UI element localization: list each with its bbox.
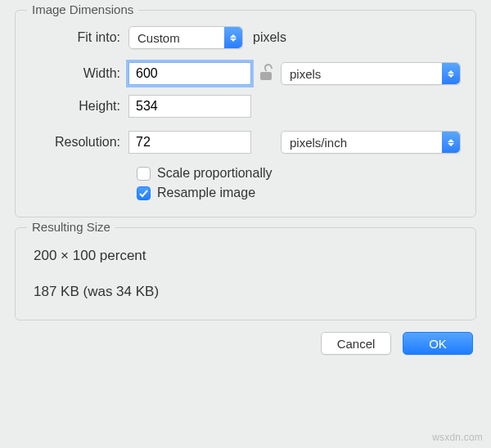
resolution-unit-value: pixels/inch [290, 136, 347, 150]
width-label: Width: [30, 66, 128, 81]
resolution-label: Resolution: [30, 135, 128, 150]
height-input[interactable] [128, 95, 251, 118]
width-row: Width: pixels [30, 61, 461, 86]
scale-proportionally-checkbox[interactable] [137, 167, 151, 181]
lock-open-icon [260, 67, 272, 80]
resulting-size-panel: Resulting Size 200 × 100 percent 187 KB … [15, 227, 476, 320]
watermark-text: wsxdn.com [432, 432, 483, 443]
fit-into-value: Custom [137, 31, 180, 45]
chevron-updown-icon [442, 132, 460, 153]
lock-aspect-button[interactable] [251, 67, 281, 80]
height-label: Height: [30, 99, 128, 114]
resample-image-row: Resample image [137, 186, 461, 200]
chevron-updown-icon [442, 63, 460, 84]
image-dimensions-panel: Image Dimensions Fit into: Custom pixels… [15, 10, 476, 217]
chevron-updown-icon [224, 27, 242, 48]
scale-proportionally-label: Scale proportionally [157, 166, 273, 181]
fit-into-select[interactable]: Custom [128, 26, 243, 49]
result-size-line: 187 KB (was 34 KB) [34, 284, 461, 300]
cancel-button-label: Cancel [337, 337, 376, 351]
fit-into-unit-static: pixels [253, 30, 286, 45]
resample-image-checkbox[interactable] [137, 186, 151, 200]
resulting-size-title: Resulting Size [27, 220, 115, 234]
height-row: Height: [30, 94, 461, 119]
ok-button-label: OK [429, 337, 447, 351]
wh-unit-select[interactable]: pixels [281, 62, 461, 85]
resolution-input[interactable] [128, 131, 251, 154]
ok-button[interactable]: OK [403, 332, 473, 355]
scale-proportionally-row: Scale proportionally [137, 166, 461, 181]
resolution-unit-select[interactable]: pixels/inch [281, 131, 461, 154]
image-dimensions-title: Image Dimensions [27, 2, 138, 16]
check-icon [139, 189, 148, 198]
cancel-button[interactable]: Cancel [321, 332, 391, 355]
width-input[interactable] [128, 62, 251, 85]
resample-image-label: Resample image [157, 186, 255, 200]
wh-unit-value: pixels [290, 67, 321, 81]
fit-into-row: Fit into: Custom pixels [30, 25, 461, 50]
dialog-button-bar: Cancel OK [0, 327, 491, 355]
resolution-row: Resolution: pixels/inch [30, 130, 461, 155]
fit-into-label: Fit into: [30, 30, 128, 45]
result-percent-line: 200 × 100 percent [34, 248, 461, 264]
